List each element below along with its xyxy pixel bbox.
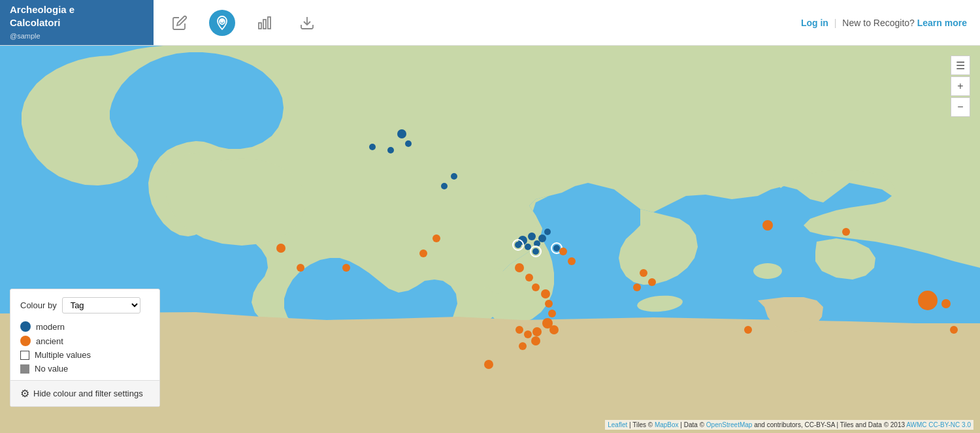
svg-point-32 <box>276 244 286 253</box>
svg-point-57 <box>941 299 951 308</box>
svg-point-37 <box>515 263 524 272</box>
svg-point-16 <box>387 147 394 153</box>
header: Archeologia e Calcolatori @sample <box>0 0 980 46</box>
svg-point-42 <box>548 310 556 317</box>
svg-point-31 <box>553 245 560 251</box>
colour-by-select[interactable]: Tag Type Status <box>62 297 140 313</box>
svg-point-48 <box>531 336 540 345</box>
svg-point-54 <box>744 326 752 334</box>
svg-point-58 <box>950 326 958 334</box>
svg-point-14 <box>397 129 406 138</box>
login-link[interactable]: Log in <box>801 18 828 28</box>
svg-point-11 <box>489 268 504 294</box>
svg-point-44 <box>549 325 559 334</box>
svg-point-49 <box>519 342 527 350</box>
map-menu-button[interactable]: ☰ <box>951 56 970 75</box>
leaflet-link[interactable]: Leaflet <box>608 421 627 428</box>
mapbox-link[interactable]: MapBox <box>655 421 679 428</box>
legend-item-modern: modern <box>20 321 150 332</box>
attribution: Leaflet | Tiles © MapBox | Data © OpenSt… <box>605 420 973 430</box>
header-right: Log in | New to Recogito? Learn more <box>801 18 980 28</box>
map-controls: ☰ + − <box>951 56 970 117</box>
edit-button[interactable] <box>167 10 193 36</box>
svg-point-60 <box>559 248 567 255</box>
svg-point-55 <box>842 228 850 236</box>
legend-item-novalue: No value <box>20 364 150 374</box>
svg-point-25 <box>544 229 551 235</box>
svg-point-23 <box>525 244 531 250</box>
map-button[interactable] <box>209 10 235 36</box>
legend-dot-modern <box>20 321 31 332</box>
svg-point-27 <box>515 242 521 248</box>
svg-point-29 <box>532 248 539 255</box>
svg-point-59 <box>762 220 773 231</box>
svg-rect-2 <box>259 23 261 29</box>
svg-point-40 <box>541 289 550 298</box>
svg-point-33 <box>297 264 304 272</box>
svg-point-24 <box>538 234 546 242</box>
svg-point-17 <box>369 144 376 150</box>
svg-point-13 <box>753 263 782 279</box>
svg-point-19 <box>451 173 457 180</box>
svg-point-1 <box>221 20 223 22</box>
svg-point-52 <box>648 278 656 286</box>
download-button[interactable] <box>294 10 320 36</box>
svg-rect-3 <box>263 20 266 29</box>
osm-link[interactable]: OpenStreetMap <box>706 421 753 428</box>
svg-rect-4 <box>268 17 270 29</box>
svg-point-38 <box>525 274 533 281</box>
zoom-in-button[interactable]: + <box>951 76 970 96</box>
svg-point-56 <box>918 291 938 310</box>
legend-square-multiple <box>20 351 29 360</box>
svg-point-39 <box>532 283 540 291</box>
svg-point-53 <box>484 360 493 369</box>
legend-dot-ancient <box>20 336 31 346</box>
svg-point-51 <box>633 283 641 291</box>
learn-more-link[interactable]: Learn more <box>917 18 967 28</box>
svg-point-21 <box>528 233 536 240</box>
svg-point-46 <box>524 330 532 338</box>
legend-item-multiple: Multiple values <box>20 350 150 360</box>
colour-by-row: Colour by Tag Type Status <box>20 297 150 313</box>
svg-point-15 <box>405 140 412 147</box>
svg-point-41 <box>545 300 553 308</box>
svg-point-47 <box>515 326 523 334</box>
svg-point-61 <box>568 257 576 265</box>
zoom-out-button[interactable]: − <box>951 97 970 117</box>
colour-by-label: Colour by <box>20 300 57 310</box>
toolbar <box>154 10 801 36</box>
legend-item-ancient: ancient <box>20 336 150 346</box>
legend-panel: Colour by Tag Type Status modern ancient… <box>10 289 160 407</box>
hide-settings-button[interactable]: ⚙ Hide colour and filter settings <box>10 380 159 406</box>
logo-area: Archeologia e Calcolatori @sample <box>0 0 154 45</box>
svg-point-36 <box>433 234 440 242</box>
chart-button[interactable] <box>252 10 278 36</box>
svg-point-18 <box>441 183 448 189</box>
logo-text: Archeologia e Calcolatori @sample <box>10 3 74 42</box>
gear-icon: ⚙ <box>20 387 29 400</box>
svg-point-34 <box>342 264 350 272</box>
svg-point-35 <box>419 249 427 257</box>
awmc-link[interactable]: AWMC CC-BY-NC 3.0 <box>906 421 971 428</box>
map-container[interactable]: ☰ + − Colour by Tag Type Status modern a… <box>0 46 980 433</box>
svg-point-50 <box>640 269 647 277</box>
svg-point-45 <box>532 327 542 336</box>
legend-square-novalue <box>20 364 29 374</box>
